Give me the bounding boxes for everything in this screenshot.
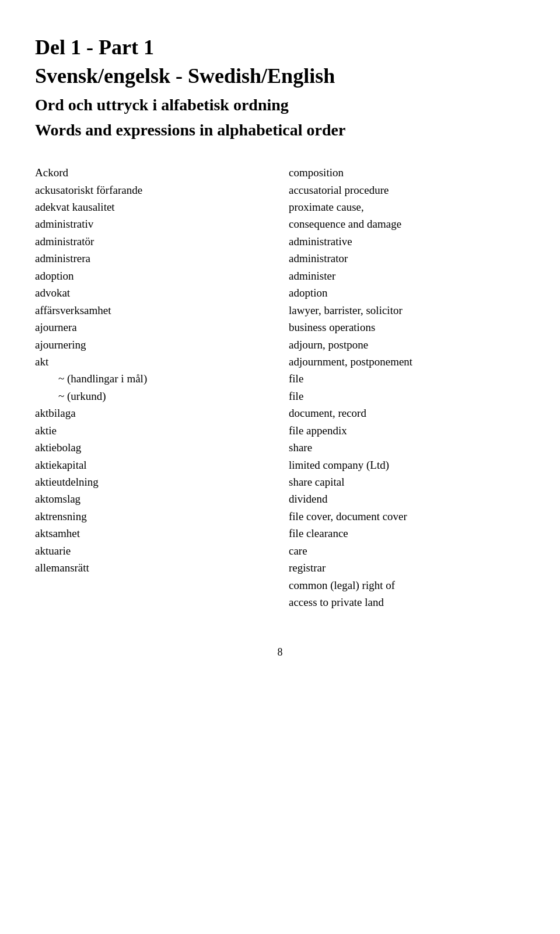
right-entry-2: proximate cause,: [289, 198, 525, 215]
right-entry-25: access to private land: [289, 594, 525, 611]
left-entry-11: ajournering: [35, 336, 271, 353]
left-entry-6: administrera: [35, 250, 271, 267]
header: Del 1 - Part 1 Svensk/engelsk - Swedish/…: [35, 35, 525, 141]
content-columns: Ackordackusatoriskt förfarandeadekvat ka…: [35, 164, 525, 611]
title-line1: Del 1 - Part 1: [35, 35, 525, 60]
right-entry-15: file appendix: [289, 422, 525, 439]
right-entry-16: share: [289, 439, 525, 456]
left-entry-4: administrativ: [35, 215, 271, 232]
right-entry-22: care: [289, 542, 525, 559]
left-entry-23: aktuarie: [35, 542, 271, 559]
left-entry-20: aktomslag: [35, 490, 271, 507]
right-entry-8: lawyer, barrister, solicitor: [289, 302, 525, 319]
right-entry-12: file: [289, 370, 525, 387]
page-number: 8: [35, 646, 525, 658]
left-entry-2: adekvat kausalitet: [35, 198, 271, 215]
right-entry-13: file: [289, 388, 525, 405]
title-line2: Svensk/engelsk - Swedish/English: [35, 64, 525, 89]
right-entry-6: administer: [289, 267, 525, 284]
right-column: compositionaccusatorial procedureproxima…: [289, 164, 525, 611]
left-entry-19: aktieutdelning: [35, 473, 271, 490]
left-entry-5: administratör: [35, 233, 271, 250]
right-entry-21: file clearance: [289, 525, 525, 542]
left-entry-0: Ackord: [35, 164, 271, 181]
left-entry-9: affärsverksamhet: [35, 302, 271, 319]
right-entry-18: share capital: [289, 473, 525, 490]
right-entry-1: accusatorial procedure: [289, 182, 525, 198]
left-entry-17: aktiebolag: [35, 439, 271, 456]
left-entry-14: ~ (urkund): [35, 388, 271, 405]
left-entry-15: aktbilaga: [35, 405, 271, 421]
right-entry-23: registrar: [289, 559, 525, 576]
left-column: Ackordackusatoriskt förfarandeadekvat ka…: [35, 164, 271, 611]
left-entry-7: adoption: [35, 267, 271, 284]
right-entry-7: adoption: [289, 284, 525, 301]
right-entry-5: administrator: [289, 250, 525, 267]
right-entry-14: document, record: [289, 405, 525, 421]
left-entry-22: aktsamhet: [35, 525, 271, 542]
right-entry-11: adjournment, postponement: [289, 353, 525, 370]
left-entry-16: aktie: [35, 422, 271, 439]
left-entry-13: ~ (handlingar i mål): [35, 370, 271, 387]
title-line4: Words and expressions in alphabetical or…: [35, 120, 525, 141]
left-entry-10: ajournera: [35, 319, 271, 336]
left-entry-8: advokat: [35, 284, 271, 301]
left-entry-18: aktiekapital: [35, 456, 271, 473]
right-entry-19: dividend: [289, 490, 525, 507]
right-entry-24: common (legal) right of: [289, 577, 525, 594]
right-entry-20: file cover, document cover: [289, 508, 525, 525]
right-entry-3: consequence and damage: [289, 215, 525, 232]
left-entry-24: allemansrätt: [35, 559, 271, 576]
title-line3: Ord och uttryck i alfabetisk ordning: [35, 95, 525, 116]
left-entry-21: aktrensning: [35, 508, 271, 525]
left-entry-12: akt: [35, 353, 271, 370]
left-entry-1: ackusatoriskt förfarande: [35, 182, 271, 198]
right-entry-9: business operations: [289, 319, 525, 336]
right-entry-0: composition: [289, 164, 525, 181]
right-entry-4: administrative: [289, 233, 525, 250]
right-entry-17: limited company (Ltd): [289, 456, 525, 473]
right-entry-10: adjourn, postpone: [289, 336, 525, 353]
